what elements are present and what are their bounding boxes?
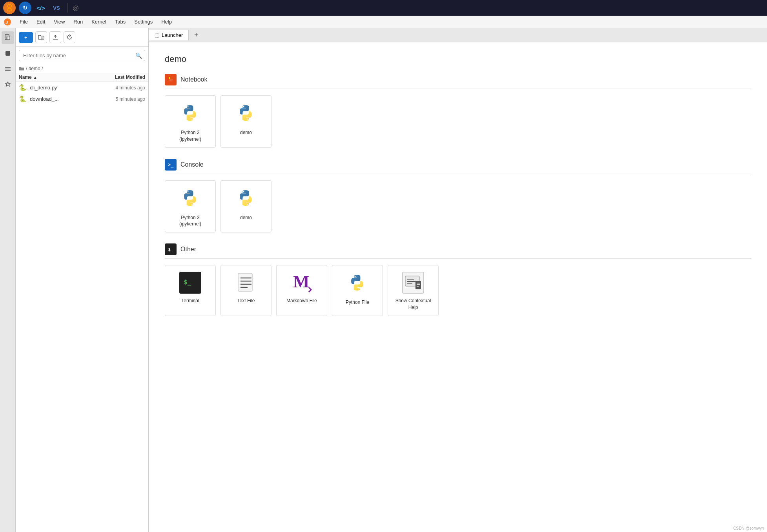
tab-bar: ⬚ Launcher + xyxy=(149,28,767,42)
console-python3-label: Python 3 (ipykernel) xyxy=(168,214,212,228)
menu-run[interactable]: Run xyxy=(69,17,87,26)
terminal-label: Terminal xyxy=(168,298,212,304)
menu-settings[interactable]: Settings xyxy=(130,17,157,26)
compass-icon[interactable]: ◎ xyxy=(73,4,79,12)
refresh-icon[interactable]: ↻ xyxy=(19,2,31,14)
stop-rail-icon[interactable] xyxy=(2,47,14,60)
svg-point-2 xyxy=(7,9,12,11)
name-column-label: Name xyxy=(19,74,32,80)
svg-text:M: M xyxy=(293,272,310,291)
menu-help[interactable]: Help xyxy=(157,17,176,26)
vscode-icon[interactable]: VS xyxy=(50,2,63,14)
notebook-cards: Python 3 (ipykernel) xyxy=(165,95,751,148)
textfile-card[interactable]: Text File xyxy=(220,265,271,316)
breadcrumb: / demo / xyxy=(16,64,148,73)
svg-point-0 xyxy=(7,5,12,7)
launcher-title: demo xyxy=(165,54,751,64)
search-input[interactable] xyxy=(19,50,145,61)
search-icon: 🔍 xyxy=(135,53,142,59)
new-folder-button[interactable] xyxy=(35,31,47,43)
menu-file[interactable]: File xyxy=(16,17,32,26)
folder-icon xyxy=(19,66,24,71)
sort-indicator: ▲ xyxy=(33,75,37,80)
commands-rail-icon[interactable] xyxy=(2,63,14,75)
demo-kernel-icon xyxy=(234,102,258,125)
svg-text:J: J xyxy=(5,20,8,25)
pythonfile-icon xyxy=(346,272,369,295)
python-file-icon-2: 🐍 xyxy=(19,95,27,103)
pythonfile-label: Python File xyxy=(335,299,379,306)
file-row[interactable]: 🐍 download_... 5 minutes ago xyxy=(16,93,148,105)
add-tab-button[interactable]: + xyxy=(190,29,202,41)
textfile-label: Text File xyxy=(224,298,268,304)
pythonfile-card[interactable]: Python File xyxy=(332,265,383,316)
top-bar: ↻ </> VS ◎ xyxy=(0,0,767,16)
icon-rail xyxy=(0,28,16,532)
main-content: ⬚ Launcher + demo Notebook xyxy=(149,28,767,532)
refresh-files-button[interactable] xyxy=(64,31,75,43)
console-cards: Python 3 (ipykernel) xyxy=(165,180,751,233)
console-python3-card[interactable]: Python 3 (ipykernel) xyxy=(165,180,216,233)
contextual-help-label: Show Contextual Help xyxy=(391,298,435,311)
extensions-rail-icon[interactable] xyxy=(2,78,14,91)
menu-kernel[interactable]: Kernel xyxy=(87,17,110,26)
modified-column-label: Last Modified xyxy=(94,74,145,80)
terminal-icon: $_ xyxy=(179,272,201,294)
svg-rect-6 xyxy=(7,36,10,40)
python-file-icon-1: 🐍 xyxy=(19,84,27,91)
file-modified-1: 4 minutes ago xyxy=(94,85,145,91)
launcher-tab-icon: ⬚ xyxy=(155,32,159,38)
menu-logo: J xyxy=(3,18,12,26)
notebook-section-header: Notebook xyxy=(165,74,751,89)
markdown-icon: M xyxy=(291,272,313,294)
file-row[interactable]: 🐍 cli_demo.py 4 minutes ago xyxy=(16,82,148,93)
notebook-demo-card[interactable]: demo xyxy=(220,95,271,148)
svg-rect-15 xyxy=(169,77,170,79)
markdown-card[interactable]: M Markdown File xyxy=(276,265,327,316)
notebook-section-icon xyxy=(165,74,177,85)
notebook-demo-label: demo xyxy=(224,129,268,136)
notebook-python3-card[interactable]: Python 3 (ipykernel) xyxy=(165,95,216,148)
menu-edit[interactable]: Edit xyxy=(33,17,49,26)
console-section-icon: >_ xyxy=(165,159,177,171)
code-icon[interactable]: </> xyxy=(35,2,47,14)
jupyter-logo[interactable] xyxy=(3,2,16,14)
main-layout: + + xyxy=(0,28,767,532)
menu-bar: J File Edit View Run Kernel Tabs Setting… xyxy=(0,16,767,28)
markdown-label: Markdown File xyxy=(280,298,324,304)
tab-label: Launcher xyxy=(162,32,183,38)
new-file-button[interactable]: + + xyxy=(19,32,33,43)
contextual-help-icon xyxy=(402,272,424,294)
svg-rect-29 xyxy=(415,281,421,289)
svg-rect-7 xyxy=(5,51,10,56)
upload-button[interactable] xyxy=(49,31,61,43)
file-list: 🐍 cli_demo.py 4 minutes ago 🐍 download_.… xyxy=(16,82,148,532)
other-section-label: Other xyxy=(180,246,196,253)
svg-rect-19 xyxy=(238,273,252,291)
file-name-2: download_... xyxy=(30,96,94,102)
search-box: 🔍 xyxy=(19,50,145,61)
menu-view[interactable]: View xyxy=(50,17,69,26)
console-section-label: Console xyxy=(180,161,204,168)
launcher: demo Notebook xyxy=(149,42,767,532)
sort-name-button[interactable]: Name ▲ xyxy=(19,74,94,80)
breadcrumb-text: / demo / xyxy=(26,66,43,71)
notebook-python3-label: Python 3 (ipykernel) xyxy=(168,129,212,143)
python3-kernel-icon xyxy=(179,102,202,125)
file-name-1: cli_demo.py xyxy=(30,85,94,91)
svg-text:$_: $_ xyxy=(184,278,191,286)
files-rail-icon[interactable] xyxy=(2,31,14,44)
file-panel: + + xyxy=(16,28,149,532)
file-toolbar: + + xyxy=(16,28,148,47)
console-demo-card[interactable]: demo xyxy=(220,180,271,233)
terminal-card[interactable]: $_ Terminal xyxy=(165,265,216,316)
tab-launcher[interactable]: ⬚ Launcher xyxy=(149,30,189,40)
textfile-icon xyxy=(235,272,257,294)
console-section-header: >_ Console xyxy=(165,159,751,174)
watermark: CSDN @somwyn xyxy=(733,526,764,530)
contextual-help-card[interactable]: Show Contextual Help xyxy=(388,265,439,316)
other-cards: $_ Terminal xyxy=(165,265,751,316)
other-section-icon: $_ xyxy=(165,243,177,255)
menu-tabs[interactable]: Tabs xyxy=(111,17,129,26)
console-python3-icon xyxy=(179,187,202,211)
